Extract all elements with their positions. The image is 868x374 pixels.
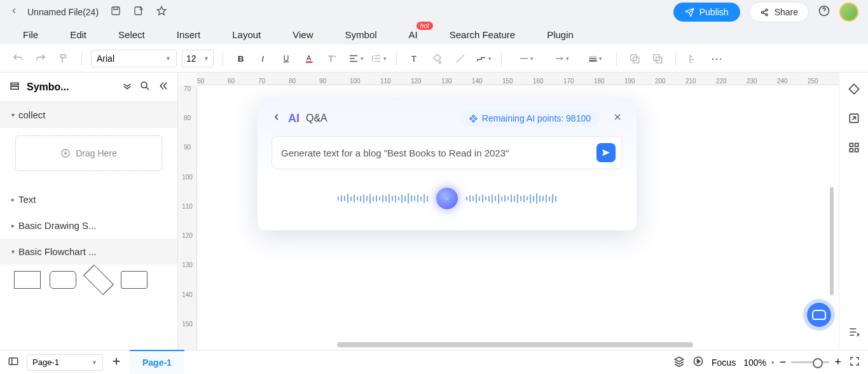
font-select[interactable]: Arial▼ (91, 50, 177, 67)
svg-text:B: B (238, 53, 244, 63)
menu-file[interactable]: File (23, 29, 38, 40)
svg-point-19 (141, 82, 147, 88)
line-style-icon[interactable]: ▾ (511, 50, 541, 67)
zoom-slider[interactable] (791, 361, 829, 363)
svg-rect-22 (850, 143, 853, 146)
svg-text:I: I (261, 53, 264, 63)
close-icon[interactable] (612, 112, 623, 125)
zoom-in-icon[interactable]: + (834, 356, 841, 369)
publish-label: Publish (699, 7, 729, 17)
ai-points-badge[interactable]: Remaining AI points: 98100 (460, 109, 600, 127)
format-painter-icon[interactable] (55, 50, 72, 67)
menu-symbol[interactable]: Symbol (345, 29, 377, 40)
play-icon[interactable] (692, 356, 704, 369)
search-icon[interactable] (139, 80, 151, 94)
section-basic-flowchart[interactable]: ▾Basic Flowchart ... (0, 239, 177, 265)
font-color-icon[interactable]: A (301, 50, 319, 67)
svg-rect-0 (112, 7, 120, 15)
ai-back-icon[interactable] (272, 112, 282, 125)
save-icon[interactable] (110, 5, 121, 19)
layer-back-icon[interactable] (649, 50, 666, 67)
avatar[interactable] (839, 3, 858, 22)
font-size-select[interactable]: 12▼ (182, 50, 214, 67)
page-select[interactable]: Page-1▼ (27, 354, 103, 371)
share-button[interactable]: Share (749, 2, 809, 22)
ai-prompt-text: Generate text for a blog "Best Books to … (281, 148, 596, 158)
back-icon[interactable] (10, 6, 18, 18)
right-rail (839, 73, 868, 350)
help-icon[interactable] (818, 4, 830, 20)
send-icon[interactable] (596, 143, 616, 162)
focus-label[interactable]: Focus (712, 357, 736, 368)
zoom-out-icon[interactable]: − (780, 356, 787, 369)
export-panel-icon[interactable] (848, 112, 860, 127)
bold-icon[interactable]: B (232, 50, 250, 67)
svg-rect-10 (306, 61, 313, 62)
star-icon[interactable] (156, 5, 167, 19)
line-spacing-icon[interactable]: ▾ (369, 50, 387, 67)
ruler-horizontal: 5060708090100110120130140150160170180190… (197, 73, 839, 85)
clear-format-icon[interactable]: T (324, 50, 341, 67)
export-icon[interactable] (133, 5, 144, 19)
align-icon[interactable]: ▾ (347, 50, 364, 67)
svg-text:T: T (329, 54, 333, 62)
connector-icon[interactable]: ▾ (474, 50, 492, 67)
menu-view[interactable]: View (293, 29, 313, 40)
page-tab-active[interactable]: Page-1 (130, 350, 184, 374)
svg-text:T: T (411, 53, 417, 63)
sidebar-title: Symbo... (27, 81, 115, 93)
hot-badge: hot (417, 22, 433, 30)
zoom-value[interactable]: 100% (743, 357, 766, 368)
fill-color-icon[interactable] (429, 50, 446, 67)
menu-search-feature[interactable]: Search Feature (450, 29, 515, 40)
shape-rectangle[interactable] (14, 271, 41, 289)
layer-front-icon[interactable] (626, 50, 644, 67)
menu-select[interactable]: Select (118, 29, 145, 40)
more-icon[interactable]: ⋯ (708, 50, 726, 67)
svg-rect-17 (11, 83, 18, 85)
shape-round-rect[interactable] (50, 271, 76, 289)
layers-icon[interactable] (673, 356, 685, 369)
ai-fab-button[interactable] (807, 303, 831, 327)
line-weight-icon[interactable]: ▾ (582, 50, 607, 67)
menu-ai[interactable]: AIhot (409, 29, 418, 40)
collapse-icon[interactable] (157, 80, 169, 94)
arrow-style-icon[interactable]: ▾ (546, 50, 577, 67)
svg-rect-1 (135, 7, 142, 15)
text-tool-icon[interactable]: T (406, 50, 424, 67)
section-basic-drawing[interactable]: ▸Basic Drawing S... (0, 212, 177, 239)
pages-panel-icon[interactable] (8, 356, 19, 369)
line-color-icon[interactable] (451, 50, 469, 67)
canvas-area[interactable]: 5060708090100110120130140150160170180190… (178, 73, 839, 350)
shape-rect2[interactable] (121, 271, 148, 289)
publish-button[interactable]: Publish (673, 3, 740, 22)
section-collect[interactable]: ▾collect (0, 102, 177, 128)
menu-insert[interactable]: Insert (177, 29, 201, 40)
drag-here-zone[interactable]: Drag Here (15, 135, 162, 171)
redo-icon[interactable] (32, 50, 50, 67)
share-label: Share (775, 7, 798, 17)
menu-layout[interactable]: Layout (232, 29, 261, 40)
svg-rect-24 (850, 149, 853, 152)
ai-input[interactable]: Generate text for a blog "Best Books to … (272, 136, 623, 169)
section-text[interactable]: ▸Text (0, 186, 177, 212)
add-page-icon[interactable] (111, 356, 122, 369)
symbols-icon (9, 80, 20, 94)
underline-icon[interactable]: U (278, 50, 296, 67)
ai-logo: AI (288, 112, 300, 125)
svg-rect-26 (9, 358, 18, 365)
list-settings-icon[interactable] (848, 326, 860, 341)
menu-edit[interactable]: Edit (70, 29, 86, 40)
expand-double-icon[interactable] (121, 80, 133, 94)
menu-plugin[interactable]: Plugin (547, 29, 574, 40)
theme-icon[interactable] (848, 83, 860, 98)
grid-icon[interactable] (848, 141, 860, 156)
shape-diamond[interactable] (83, 265, 114, 295)
distribute-icon[interactable] (685, 50, 703, 67)
scrollbar-vertical[interactable] (830, 187, 834, 295)
italic-icon[interactable]: I (255, 50, 273, 67)
undo-icon[interactable] (9, 50, 27, 67)
file-title: Unnamed File(24) (27, 7, 99, 17)
scrollbar-horizontal[interactable] (337, 342, 693, 347)
fullscreen-icon[interactable] (849, 356, 860, 369)
